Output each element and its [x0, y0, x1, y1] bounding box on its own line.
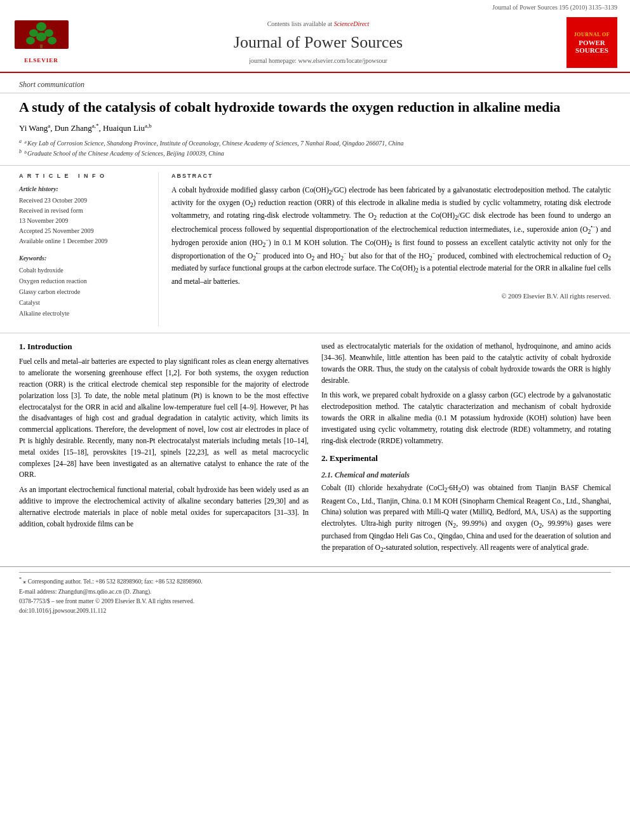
journal-title: Journal of Power Sources: [83, 31, 554, 54]
intro-para-2: As an important electrochemical function…: [19, 484, 309, 530]
journal-top-line-text: Journal of Power Sources 195 (2010) 3135…: [492, 4, 617, 11]
keyword-0: Cobalt hydroxide: [19, 265, 149, 276]
received-revised-date: 13 November 2009: [19, 216, 149, 226]
logo-power-sources: POWERSOURCES: [575, 39, 608, 54]
keyword-3: Catalyst: [19, 297, 149, 308]
affiliations: a ᵃ Key Lab of Corrosion Science, Shando…: [19, 138, 611, 159]
article-title-section: A study of the catalysis of cobalt hydro…: [0, 93, 630, 166]
right-para-2: In this work, we prepared cobalt hydroxi…: [321, 390, 611, 446]
keywords-label: Keywords:: [19, 254, 149, 263]
accepted-date: Accepted 25 November 2009: [19, 226, 149, 236]
article-type-text: Short communication: [19, 80, 84, 89]
main-col-right: used as electrocatalytic materials for t…: [321, 341, 611, 559]
elsevier-label: ELSEVIER: [24, 57, 58, 65]
svg-point-6: [48, 37, 57, 44]
doi: doi:10.1016/j.jpowsour.2009.11.112: [19, 607, 611, 615]
copyright-line: © 2009 Elsevier B.V. All rights reserved…: [171, 292, 611, 302]
elsevier-logo-svg: [15, 20, 69, 55]
keyword-1: Oxygen reduction reaction: [19, 276, 149, 286]
article-info-col: A R T I C L E I N F O Article history: R…: [19, 172, 159, 327]
article-type: Short communication: [0, 73, 630, 93]
journal-homepage: journal homepage: www.elsevier.com/locat…: [83, 57, 554, 65]
issn: 0378-7753/$ – see front matter © 2009 El…: [19, 597, 611, 606]
article-info-abstract: A R T I C L E I N F O Article history: R…: [0, 166, 630, 334]
available-date: Available online 1 December 2009: [19, 236, 149, 246]
main-col-left: 1. Introduction Fuel cells and metal–air…: [19, 341, 309, 559]
svg-point-1: [36, 22, 46, 31]
chemical-para: Cobalt (II) chloride hexahydrate (CoCl2·…: [321, 483, 611, 555]
chemical-subheading: 2.1. Chemical and materials: [321, 470, 611, 481]
elsevier-logo: ELSEVIER: [13, 20, 70, 65]
abstract-label: ABSTRACT: [171, 172, 611, 180]
sciencedirect-line: Contents lists available at ScienceDirec…: [83, 20, 554, 29]
right-para-1: used as electrocatalytic materials for t…: [321, 341, 611, 386]
article-dates: Received 23 October 2009 Received in rev…: [19, 196, 149, 246]
affiliation-a: a ᵃ Key Lab of Corrosion Science, Shando…: [19, 138, 611, 148]
received-revised-label: Received in revised form: [19, 206, 149, 216]
logo-journal-text: JOURNAL OF: [574, 31, 610, 38]
svg-point-4: [26, 37, 35, 44]
page-footer: * ⁎ Corresponding author. Tel.: +86 532 …: [0, 566, 630, 620]
experimental-heading: 2. Experimental: [321, 453, 611, 464]
article-info-label: A R T I C L E I N F O: [19, 172, 149, 180]
journal-header: ELSEVIER Contents lists available at Sci…: [0, 12, 630, 73]
affiliation-b: b ᵇ Graduate School of the Chinese Acade…: [19, 148, 611, 158]
page-wrapper: Journal of Power Sources 195 (2010) 3135…: [0, 0, 630, 840]
journal-top-line: Journal of Power Sources 195 (2010) 3135…: [0, 0, 630, 12]
journal-center: Contents lists available at ScienceDirec…: [70, 20, 566, 65]
svg-rect-7: [40, 44, 43, 48]
history-label: Article history:: [19, 185, 149, 194]
svg-point-5: [36, 32, 46, 41]
sciencedirect-text: Contents lists available at: [267, 20, 332, 27]
corresponding-note: * ⁎ Corresponding author. Tel.: +86 532 …: [19, 576, 611, 586]
keywords-list: Cobalt hydroxide Oxygen reduction reacti…: [19, 265, 149, 319]
received-date: Received 23 October 2009: [19, 196, 149, 206]
keyword-2: Glassy carbon electrode: [19, 286, 149, 297]
keywords-block: Keywords: Cobalt hydroxide Oxygen reduct…: [19, 254, 149, 319]
abstract-col: ABSTRACT A cobalt hydroxide modified gla…: [171, 172, 611, 327]
article-authors: Yi Wanga, Dun Zhanga,*, Huaiqun Liua,b: [19, 121, 611, 134]
email-note: E-mail address: Zhangdun@ms.qdio.ac.cn (…: [19, 588, 611, 596]
article-history-block: Article history: Received 23 October 200…: [19, 185, 149, 246]
intro-heading: 1. Introduction: [19, 341, 309, 352]
sciencedirect-link[interactable]: ScienceDirect: [334, 20, 370, 27]
abstract-text: A cobalt hydroxide modified glassy carbo…: [171, 185, 611, 287]
keyword-4: Alkaline electrolyte: [19, 308, 149, 319]
article-title: A study of the catalysis of cobalt hydro…: [19, 98, 611, 117]
power-sources-logo: JOURNAL OF POWERSOURCES: [566, 17, 617, 68]
intro-para-1: Fuel cells and metal–air batteries are e…: [19, 356, 309, 481]
main-content: 1. Introduction Fuel cells and metal–air…: [0, 333, 630, 566]
